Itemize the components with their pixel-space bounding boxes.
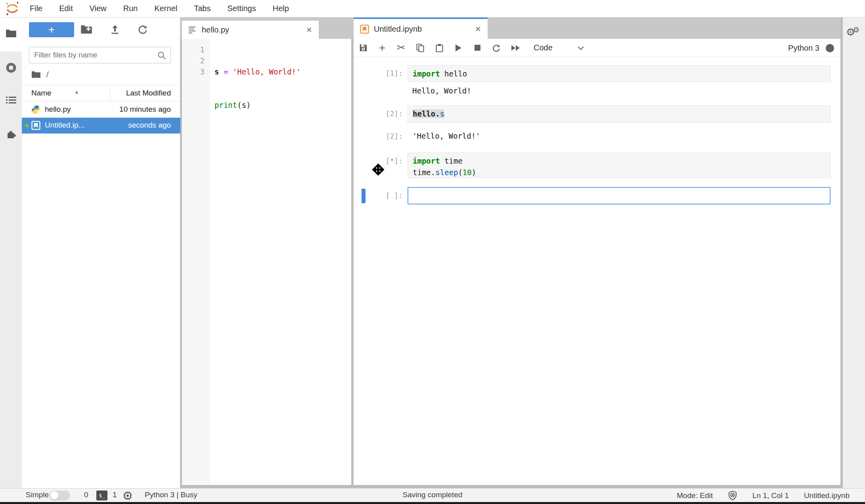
new-launcher-button[interactable]: + (29, 22, 74, 37)
restart-run-all-icon[interactable] (506, 45, 525, 51)
output-prompt: [2]: (376, 132, 403, 140)
kernel-count: 1 (113, 491, 117, 499)
chevron-down-icon (577, 46, 584, 50)
window-bottom-edge (0, 502, 865, 504)
add-cell-icon[interactable]: + (373, 42, 392, 54)
paste-cells-icon[interactable] (430, 44, 449, 52)
python-file-icon (31, 105, 40, 114)
notebook-file-icon (31, 121, 40, 130)
jupyterlab-window: File Edit View Run Kernel Tabs Settings … (0, 0, 865, 504)
filter-files-input[interactable] (34, 47, 157, 63)
menu-run[interactable]: Run (115, 4, 146, 13)
advanced-tools-gear-icon[interactable]: ⚙⚙ (846, 26, 862, 38)
kernel-name: Python 3 (788, 44, 819, 53)
table-of-contents-icon[interactable] (0, 96, 22, 105)
extension-manager-icon[interactable] (0, 129, 22, 140)
line-number: 1 (182, 44, 205, 55)
new-folder-icon[interactable] (80, 24, 92, 34)
active-cell-collapser[interactable] (362, 189, 366, 203)
current-file-name: Untitled.ipynb (804, 491, 850, 500)
tab-untitled-ipynb[interactable]: Untitled.ipynb ✕ (354, 17, 488, 39)
tab-label: Untitled.ipynb (374, 25, 422, 34)
menu-file[interactable]: File (21, 4, 51, 13)
text-file-icon (188, 26, 197, 34)
column-divider (110, 85, 110, 101)
save-status-message: Saving completed (402, 491, 462, 499)
menu-kernel[interactable]: Kernel (146, 4, 186, 13)
notebook-untitled-ipynb: + ✂ (354, 39, 840, 485)
notebook-mode[interactable]: Mode: Edit (677, 491, 713, 500)
file-row-hello-py[interactable]: hello.py 10 minutes ago (22, 102, 180, 118)
cell-type-value: Code (534, 43, 553, 52)
file-browser-panel: + (22, 17, 180, 488)
notebook-toolbar: + ✂ (354, 39, 840, 57)
running-sessions-icon[interactable] (0, 62, 22, 74)
simple-mode-toggle[interactable] (50, 491, 70, 500)
file-name: hello.py (45, 105, 71, 114)
cell-1-output: Hello, World! (412, 86, 471, 95)
upload-icon[interactable] (110, 24, 120, 34)
input-prompt: [2]: (376, 109, 403, 118)
dock-tab-bar: hello.py ✕ Untitled.ipynb ✕ (180, 17, 840, 39)
kernel-indicator[interactable]: Python 3 (788, 39, 834, 57)
line-number: 3 (182, 66, 205, 77)
file-list-header: Name ▲ Last Modified (22, 85, 180, 101)
restart-kernel-icon[interactable] (487, 44, 506, 52)
interrupt-kernel-icon[interactable] (468, 45, 487, 51)
code-cell-3[interactable]: import timetime.sleep(10) (408, 153, 831, 178)
kernel-busy-icon (826, 44, 834, 52)
line-number: 2 (182, 55, 205, 66)
cut-cells-icon[interactable]: ✂ (392, 42, 411, 54)
cell-type-dropdown[interactable]: Code (534, 43, 584, 52)
refresh-icon[interactable] (138, 24, 148, 34)
save-icon[interactable] (354, 44, 373, 52)
jupyter-logo-icon (3, 1, 21, 17)
breadcrumb[interactable]: / (31, 69, 49, 80)
cell-2-output: 'Hello, World!' (412, 132, 480, 140)
menu-help[interactable]: Help (264, 4, 297, 13)
filter-files-box (29, 47, 171, 63)
status-bar: Simple 0 $_ 1 Python 3 | Busy Saving com… (0, 488, 865, 502)
close-tab-icon[interactable]: ✕ (306, 25, 312, 34)
file-row-untitled-ipynb[interactable]: Untitled.ip... seconds ago (22, 118, 180, 134)
terminal-count: 0 (84, 491, 88, 499)
code-cell-1[interactable]: import hello (408, 65, 831, 82)
cursor-position[interactable]: Ln 1, Col 1 (752, 491, 789, 500)
close-tab-icon[interactable]: ✕ (475, 25, 481, 34)
code-cell-4-active[interactable] (408, 187, 831, 204)
line-number-gutter: 1 2 3 (182, 39, 210, 485)
column-last-modified[interactable]: Last Modified (126, 89, 171, 97)
menu-edit[interactable]: Edit (51, 4, 81, 13)
code-line-1: s = 'Hello, World!' (214, 66, 300, 77)
sort-ascending-icon[interactable]: ▲ (75, 90, 79, 94)
terminal-icon[interactable]: $_ (96, 491, 107, 500)
input-prompt: [1]: (376, 69, 403, 77)
run-cell-icon[interactable] (449, 44, 468, 52)
file-browser-icon[interactable] (0, 29, 22, 38)
menu-tabs[interactable]: Tabs (186, 4, 219, 13)
notebook-tab-icon (360, 25, 369, 34)
tab-hello-py[interactable]: hello.py ✕ (182, 21, 319, 39)
text-editor-hello-py[interactable]: 1 2 3 s = 'Hello, World!' print(s) (182, 39, 351, 485)
breadcrumb-root[interactable]: / (46, 70, 49, 79)
code-cell-2[interactable]: hello.s (408, 105, 831, 123)
search-icon (157, 51, 166, 60)
menu-view[interactable]: View (81, 4, 115, 13)
left-activity-bar (0, 17, 22, 488)
kernel-chip-icon[interactable] (123, 491, 132, 500)
simple-mode-label: Simple (26, 491, 49, 499)
menu-bar: File Edit View Run Kernel Tabs Settings … (0, 0, 865, 17)
right-sidebar: ⚙⚙ (843, 17, 865, 488)
kernel-status[interactable]: Python 3 | Busy (145, 491, 197, 499)
toggle-knob (50, 491, 59, 500)
file-modified: seconds ago (128, 121, 171, 130)
editor-code[interactable]: s = 'Hello, World!' print(s) (214, 39, 300, 133)
mouse-cursor (371, 162, 385, 177)
menu-settings[interactable]: Settings (219, 4, 264, 13)
copy-cells-icon[interactable] (411, 44, 430, 52)
trust-shield-icon[interactable] (728, 491, 737, 500)
column-name[interactable]: Name (31, 89, 52, 97)
home-folder-icon (31, 71, 41, 78)
running-kernel-dot (25, 124, 29, 128)
tab-label: hello.py (202, 25, 229, 34)
